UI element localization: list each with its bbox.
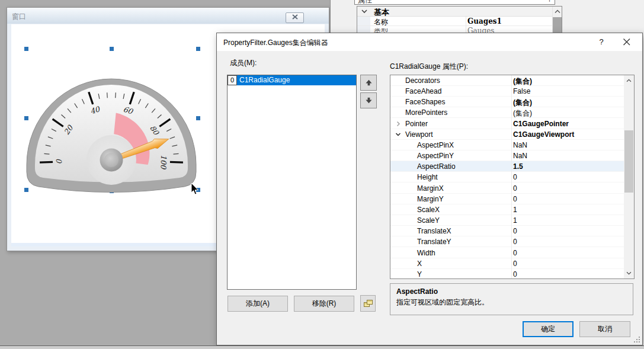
property-row[interactable]: FaceAheadFalse (390, 86, 624, 97)
property-row[interactable]: Width0 (390, 248, 624, 258)
gauge-tick (170, 162, 183, 162)
gauge-tick-label: 100 (159, 155, 168, 169)
dialog-title: PropertyFilter.Gauges集合编辑器 (223, 38, 328, 48)
property-pages-icon (363, 299, 373, 308)
properties-filter-text: 属性 (358, 0, 372, 5)
member-index: 0 (228, 75, 237, 85)
property-name: Pointer (405, 120, 428, 128)
property-row[interactable]: Height0 (390, 172, 624, 182)
add-button[interactable]: 添加(A) (228, 296, 288, 312)
property-value: 0 (513, 227, 517, 235)
properties-filter-icon[interactable]: + (547, 0, 552, 5)
property-row[interactable]: MarginY0 (390, 194, 624, 204)
property-row[interactable]: X0 (390, 258, 624, 269)
description-property-name: AspectRatio (396, 287, 627, 296)
property-value: C1GaugePointer (513, 120, 569, 128)
property-row[interactable]: AspectPinXNaN (390, 140, 624, 151)
property-value: 0 (513, 184, 517, 193)
property-row[interactable]: TranslateY0 (390, 236, 624, 247)
gauge-tick (174, 153, 179, 154)
arrow-up-icon (365, 79, 373, 87)
property-name: ScaleX (417, 206, 440, 214)
scrollbar-thumb[interactable] (624, 130, 633, 193)
collection-editor-dialog: PropertyFilter.Gauges集合编辑器 ? 成员(M): C1Ra… (216, 33, 643, 345)
property-row[interactable]: TranslateX0 (390, 226, 624, 236)
desktop: 窗口 (0, 0, 644, 349)
property-name: MarginY (417, 195, 444, 203)
ok-button[interactable]: 确定 (523, 321, 573, 337)
description-text: 指定可视区域的固定宽高比。 (396, 297, 627, 308)
expander-collapsed-icon[interactable] (395, 121, 401, 127)
property-row[interactable]: MorePointers(集合) (390, 107, 624, 118)
property-name: TranslateY (417, 238, 451, 246)
property-name: AspectPinY (417, 152, 454, 160)
property-value: NaN (513, 152, 527, 160)
description-panel: AspectRatio 指定可视区域的固定宽高比。 (390, 283, 633, 315)
members-listbox[interactable]: 0C1RadialGauge (227, 75, 357, 290)
property-value: Guages1 (467, 17, 502, 25)
property-pages-button[interactable] (360, 295, 376, 312)
properties-filter-box[interactable]: 属性 + (354, 0, 555, 5)
property-value: 0 (513, 195, 517, 203)
radial-gauge[interactable]: 020406080100 (25, 76, 198, 194)
property-row[interactable]: AspectPinYNaN (390, 151, 624, 161)
property-name: FaceShapes (405, 98, 445, 106)
property-name: Width (417, 249, 435, 257)
designer-window-titlebar[interactable]: 窗口 (7, 8, 329, 24)
property-value: 1 (513, 216, 517, 225)
arrow-down-icon (365, 97, 373, 104)
property-name: MarginX (417, 184, 444, 193)
property-row[interactable]: FaceShapes(集合) (390, 97, 624, 107)
column-divider (511, 75, 512, 278)
property-row[interactable]: ViewportC1GaugeViewport (390, 129, 624, 140)
selection-handle[interactable] (196, 47, 200, 51)
property-value: (集合) (513, 98, 532, 108)
gauge-tick (116, 92, 116, 98)
resize-grip[interactable] (633, 336, 640, 343)
property-row[interactable]: PointerC1GaugePointer (390, 119, 624, 129)
gauge-tick (107, 92, 108, 98)
selection-handle[interactable] (110, 47, 114, 51)
gauge-tick (44, 153, 49, 154)
property-value: (集合) (513, 76, 532, 87)
property-name: AspectPinX (417, 141, 454, 149)
expander-expanded-icon[interactable] (395, 132, 401, 137)
taskbar-edge (0, 345, 644, 349)
property-value: 0 (513, 173, 517, 181)
chevron-down-icon (361, 9, 367, 14)
property-name: TranslateX (417, 227, 451, 235)
move-down-button[interactable] (360, 92, 377, 108)
property-name: AspectRatio (417, 162, 456, 171)
property-value: 1.5 (513, 162, 523, 171)
property-value: 0 (513, 238, 517, 246)
property-name: Height (417, 173, 438, 181)
scroll-up-icon[interactable] (555, 9, 560, 14)
property-value: C1GaugeViewport (513, 130, 574, 139)
member-row[interactable]: 0C1RadialGauge (228, 75, 356, 85)
properties-section-header[interactable]: 基本 (357, 7, 552, 17)
property-row[interactable]: Y0 (390, 269, 624, 279)
property-row[interactable]: MarginX0 (390, 183, 624, 194)
members-label: 成员(M): (230, 58, 257, 68)
property-name: ScaleY (417, 216, 440, 225)
designer-window-close-button[interactable] (286, 12, 304, 23)
remove-button[interactable]: 移除(R) (294, 296, 354, 312)
move-up-button[interactable] (360, 75, 377, 91)
scroll-down-icon[interactable] (626, 271, 632, 275)
property-name: Y (417, 270, 422, 278)
property-row[interactable]: 名称Guages1 (357, 17, 552, 26)
property-name: MorePointers (405, 108, 447, 117)
property-row[interactable]: ScaleY1 (390, 215, 624, 226)
property-row[interactable]: Decorators(集合) (390, 75, 624, 86)
property-row[interactable]: ScaleX1 (390, 204, 624, 215)
dialog-titlebar[interactable]: PropertyFilter.Gauges集合编辑器 ? (217, 33, 642, 51)
member-name[interactable]: C1RadialGauge (237, 75, 356, 85)
designer-window-title: 窗口 (12, 12, 26, 22)
selection-handle[interactable] (24, 47, 28, 51)
grid-scrollbar[interactable] (624, 75, 634, 278)
cancel-button[interactable]: 取消 (579, 321, 630, 337)
scroll-up-icon[interactable] (626, 79, 632, 82)
dialog-close-button[interactable] (622, 37, 632, 47)
dialog-help-button[interactable]: ? (597, 37, 606, 46)
property-row[interactable]: AspectRatio1.5 (390, 161, 624, 172)
